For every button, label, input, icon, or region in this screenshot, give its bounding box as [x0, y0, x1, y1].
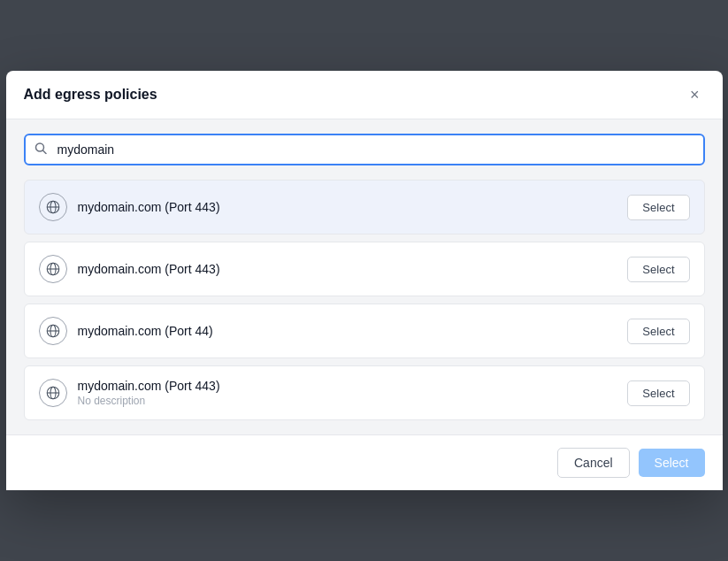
select-button-2[interactable]: Select [627, 257, 689, 282]
result-info-2: mydomain.com (Port 443) [78, 262, 617, 276]
select-button-4[interactable]: Select [627, 380, 689, 406]
globe-icon-1 [39, 193, 67, 221]
results-list: mydomain.com (Port 443) Select mydomain.… [24, 180, 705, 420]
search-container [24, 134, 705, 165]
result-info-3: mydomain.com (Port 44) [78, 324, 617, 338]
result-name-2: mydomain.com (Port 443) [78, 262, 617, 276]
result-description-4: No description [78, 395, 617, 407]
select-button-1[interactable]: Select [627, 195, 689, 220]
result-name-4: mydomain.com (Port 443) [78, 379, 617, 393]
dialog-title: Add egress policies [24, 87, 157, 103]
select-button-3[interactable]: Select [627, 319, 689, 344]
list-item: mydomain.com (Port 443) Select [24, 180, 705, 234]
search-input[interactable] [24, 134, 705, 165]
result-name-3: mydomain.com (Port 44) [78, 324, 617, 338]
result-info-1: mydomain.com (Port 443) [78, 200, 617, 214]
globe-icon-3 [39, 317, 67, 345]
list-item: mydomain.com (Port 443) No description S… [24, 365, 705, 420]
globe-icon-4 [39, 379, 67, 407]
cancel-button[interactable]: Cancel [557, 448, 630, 478]
dialog-body: mydomain.com (Port 443) Select mydomain.… [6, 119, 723, 434]
result-name-1: mydomain.com (Port 443) [78, 200, 617, 214]
dialog: Add egress policies × [6, 71, 723, 490]
dialog-footer: Cancel Select [6, 434, 723, 490]
close-button[interactable]: × [685, 85, 705, 104]
list-item: mydomain.com (Port 443) Select [24, 242, 705, 296]
dialog-header: Add egress policies × [6, 71, 723, 119]
footer-select-button[interactable]: Select [639, 449, 705, 477]
svg-line-1 [42, 150, 46, 154]
list-item: mydomain.com (Port 44) Select [24, 304, 705, 358]
result-info-4: mydomain.com (Port 443) No description [78, 379, 617, 407]
globe-icon-2 [39, 255, 67, 283]
search-icon [34, 142, 47, 158]
